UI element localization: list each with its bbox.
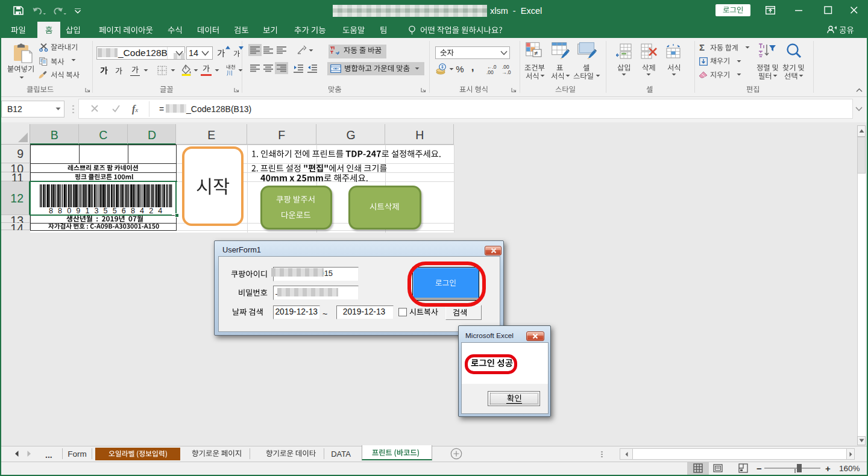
svg-text:.00: .00	[486, 69, 494, 75]
svg-text:→.0: →.0	[502, 69, 511, 75]
svg-text:≠: ≠	[534, 49, 538, 57]
